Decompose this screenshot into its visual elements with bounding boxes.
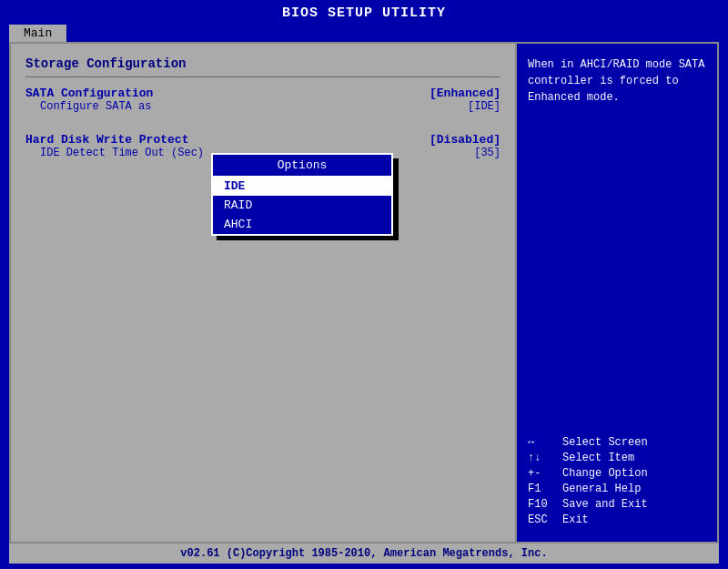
keybind-general-help: F1 General Help: [528, 483, 706, 495]
bios-title: BIOS SETUP UTILITY: [0, 0, 728, 25]
sata-config-label: SATA Configuration: [25, 86, 153, 100]
tab-row: Main: [0, 25, 728, 42]
left-panel: Storage Configuration SATA Configuration…: [11, 44, 517, 542]
keybinds-section: ↔ Select Screen ↑↓ Select Item +- Change…: [528, 436, 706, 529]
footer: v02.61 (C)Copyright 1985-2010, American …: [9, 544, 719, 564]
hdd-write-protect-label: Hard Disk Write Protect: [25, 133, 188, 147]
keybind-select-screen: ↔ Select Screen: [528, 436, 706, 449]
ide-detect-timeout-value[interactable]: [35]: [474, 147, 500, 159]
dropdown-title: Options: [213, 155, 391, 177]
keybind-key-f10: F10: [528, 498, 562, 511]
keybind-key-f1: F1: [528, 483, 562, 495]
options-dropdown[interactable]: Options IDE RAID AHCI: [211, 153, 393, 236]
keybind-desc-select-item: Select Item: [562, 452, 634, 464]
dropdown-item-raid[interactable]: RAID: [213, 196, 391, 215]
keybind-exit: ESC Exit: [528, 513, 706, 526]
bios-screen: BIOS SETUP UTILITY Main Storage Configur…: [0, 0, 728, 569]
ide-detect-timeout-label: IDE Detect Time Out (Sec): [25, 147, 204, 159]
section-title: Storage Configuration: [25, 56, 500, 71]
dropdown-item-ahci[interactable]: AHCI: [213, 215, 391, 234]
main-area: Storage Configuration SATA Configuration…: [9, 42, 719, 544]
configure-sata-sublabel: Configure SATA as: [25, 100, 151, 113]
keybind-desc-exit: Exit: [562, 513, 589, 526]
keybind-save-exit: F10 Save and Exit: [528, 498, 706, 511]
right-panel: When in AHCI/RAID mode SATA controller i…: [517, 44, 717, 542]
keybind-key-esc: ESC: [528, 513, 562, 526]
sata-config-value: [Enhanced]: [430, 86, 500, 100]
keybind-key-updown: ↑↓: [528, 452, 562, 464]
keybind-desc-change-option: Change Option: [562, 467, 648, 480]
keybind-desc-general-help: General Help: [562, 483, 641, 495]
keybind-key-arrows: ↔: [528, 436, 562, 449]
dropdown-item-ide[interactable]: IDE: [213, 177, 391, 196]
section-divider: [25, 76, 500, 77]
keybind-change-option: +- Change Option: [528, 467, 706, 480]
tab-main[interactable]: Main: [9, 25, 66, 42]
hdd-write-protect-value: [Disabled]: [430, 133, 500, 147]
configure-sata-subvalue[interactable]: [IDE]: [468, 100, 500, 113]
help-text: When in AHCI/RAID mode SATA controller i…: [528, 56, 706, 106]
keybind-select-item: ↑↓ Select Item: [528, 452, 706, 464]
keybind-desc-save-exit: Save and Exit: [562, 498, 648, 511]
keybind-desc-select-screen: Select Screen: [562, 436, 648, 449]
keybind-key-plusminus: +-: [528, 467, 562, 480]
